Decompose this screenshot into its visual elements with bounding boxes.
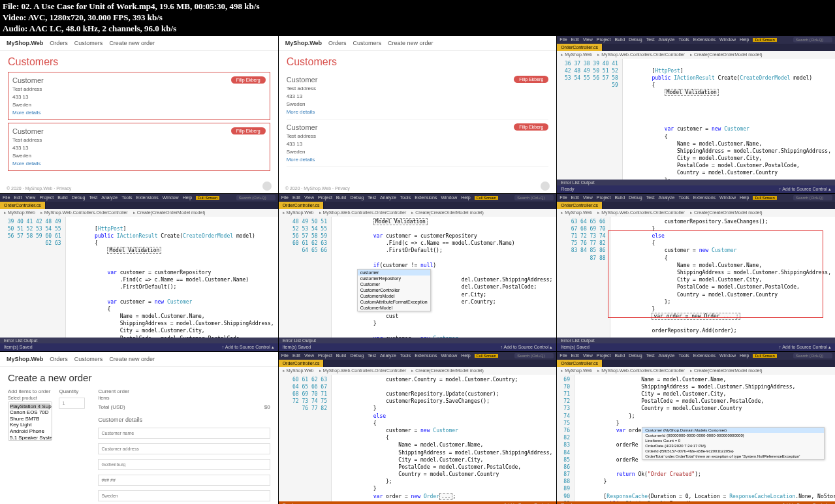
code-body[interactable]: [HttpPost] public IActionResult Create(C… xyxy=(623,59,835,180)
zip-input[interactable] xyxy=(98,475,270,486)
nav-orders[interactable]: Orders xyxy=(50,40,68,46)
web-nav: MyShop.Web Orders Customers Create new o… xyxy=(0,36,278,51)
more-details-link[interactable]: More details xyxy=(12,161,266,166)
footer: © 2020 · MyShop.Web · Privacy xyxy=(7,186,71,191)
debug-tooltip[interactable]: Customer (MyShop.Domain.Models.Customer)… xyxy=(642,427,825,460)
form-title: Create a new order xyxy=(8,372,270,383)
nav-customers[interactable]: Customers xyxy=(74,40,103,46)
customer-badge: Filip Ekberg xyxy=(231,127,266,134)
audio-line: Audio: AAC LC, 48.0 kHz, 2 channels, 96.… xyxy=(3,24,832,35)
status-bar-debug: Ready↑ Add to Source Control ▴ xyxy=(279,501,557,504)
more-details-link[interactable]: More details xyxy=(12,110,266,116)
editor-tab: OrderController.cs xyxy=(557,44,603,51)
frame-customers-normal: MyShop.Web Orders Customers Create new o… xyxy=(279,36,557,193)
name-input[interactable] xyxy=(98,428,270,439)
file-line: File: 02. A Use Case for Unit of Work.mp… xyxy=(3,1,832,12)
country-input[interactable] xyxy=(98,490,270,501)
brand[interactable]: MyShop.Web xyxy=(7,40,43,46)
customer-card: CustomerFilip Ekberg Test address 433 13… xyxy=(287,119,549,167)
product-select[interactable]: PlayStation 4 Super Slim Canon EOS 70D S… xyxy=(8,402,52,441)
qty-input[interactable] xyxy=(59,398,85,409)
frame-vs-code5: FileEditViewProjectBuildDebugTestAnalyze… xyxy=(279,352,557,504)
video-line: Video: AVC, 1280x720, 30.000 FPS, 393 kb… xyxy=(3,12,832,24)
frame-vs-code4: FileEditViewProjectBuildDebugTestAnalyze… xyxy=(557,194,835,351)
intellisense-popup[interactable]: customer customerRepository Customer Cus… xyxy=(357,269,431,311)
nav-create[interactable]: Create new order xyxy=(109,40,155,46)
help-icon[interactable] xyxy=(541,181,550,191)
fullscreen-badge[interactable]: Full Screen xyxy=(753,38,776,42)
city-input[interactable] xyxy=(98,459,270,470)
frame-vs-code1: FileEditViewProjectBuildDebugTestAnalyze… xyxy=(557,36,835,193)
help-icon[interactable] xyxy=(262,181,272,191)
customer-card: CustomerFilip Ekberg Test address 433 13… xyxy=(287,72,549,119)
frame-customers-highlighted: MyShop.Web Orders Customers Create new o… xyxy=(0,36,278,193)
code-editor[interactable]: 36 37 38 39 40 41 42 48 49 50 51 52 53 5… xyxy=(557,59,835,180)
page-title: Customers xyxy=(8,56,270,68)
frame-vs-code2: FileEditViewProjectBuildDebugTestAnalyze… xyxy=(0,194,278,351)
vs-menubar[interactable]: FileEditViewProjectBuildDebugTestAnalyze… xyxy=(557,36,835,44)
frame-create-order: MyShop.Web Orders Customers Create new o… xyxy=(0,352,278,504)
customer-badge: Filip Ekberg xyxy=(231,76,266,84)
customer-card: CustomerFilip Ekberg Test address 433 13… xyxy=(8,123,270,171)
addr-input[interactable] xyxy=(98,443,270,454)
search-input[interactable]: Search (Ctrl+Q) xyxy=(793,37,832,42)
frame-vs-code3: FileEditViewProjectBuildDebugTestAnalyze… xyxy=(279,194,557,351)
frame-vs-code6: FileEditViewProjectBuildDebugTestAnalyze… xyxy=(557,352,835,504)
customer-card: CustomerFilip Ekberg Test address 433 13… xyxy=(8,72,270,120)
line-gutter: 36 37 38 39 40 41 42 48 49 50 51 52 53 5… xyxy=(557,59,623,180)
